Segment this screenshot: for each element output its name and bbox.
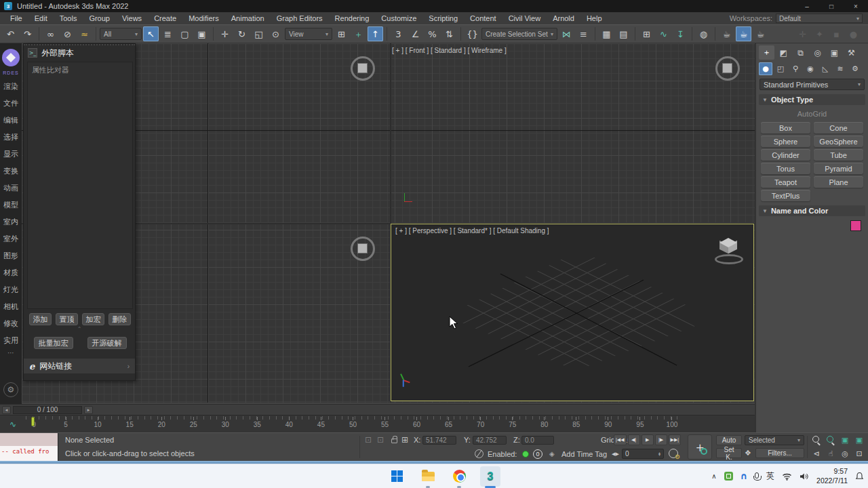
- perspective-viewport[interactable]: [ + ] [ Perspective ] [ Standard* ] [ De…: [391, 224, 754, 401]
- object-type-button[interactable]: TextPlus: [761, 190, 810, 201]
- tab-modify[interactable]: ◩: [776, 45, 791, 60]
- select-and-place-icon[interactable]: ⊙: [268, 26, 283, 41]
- workspaces-dropdown[interactable]: Default ▾: [776, 14, 863, 23]
- snap-toggle-icon[interactable]: 3: [391, 26, 406, 41]
- maxscript-mini-listener[interactable]: -- called fro: [0, 433, 58, 461]
- menu-item[interactable]: Scripting: [422, 14, 464, 23]
- zoom-extents-all-button[interactable]: ▣: [852, 434, 866, 447]
- name-color-rollout[interactable]: ▼ Name and Color: [759, 205, 865, 216]
- object-type-button[interactable]: Cylinder: [761, 149, 810, 161]
- menu-item[interactable]: Help: [580, 14, 608, 23]
- menu-item[interactable]: Arnold: [547, 14, 580, 23]
- menu-item[interactable]: Civil View: [502, 14, 547, 23]
- select-and-link-icon[interactable]: ∞: [43, 26, 58, 41]
- script-list-item[interactable]: 属性比对器: [28, 62, 132, 78]
- unlink-selection-icon[interactable]: ⊘: [60, 26, 75, 41]
- object-type-button[interactable]: Pyramid: [814, 163, 863, 174]
- time-slider-handle[interactable]: [31, 417, 35, 426]
- sidebar-category[interactable]: 实用: [0, 332, 22, 349]
- y-coordinate-field[interactable]: 42.752: [473, 436, 507, 445]
- tab-utilities[interactable]: ⚒: [844, 45, 859, 60]
- key-mode-dropdown[interactable]: Selected▾: [745, 435, 804, 445]
- zoom-button[interactable]: [810, 434, 823, 447]
- script-batch-button[interactable]: 批量加宏: [34, 337, 73, 349]
- sidebar-category[interactable]: 灯光: [0, 281, 22, 298]
- script-action-button[interactable]: 添加: [29, 313, 52, 325]
- percent-snap-icon[interactable]: %: [425, 26, 440, 41]
- gear-icon[interactable]: ⚙: [3, 382, 18, 397]
- selection-lock-icon[interactable]: [391, 439, 397, 443]
- set-keys-button[interactable]: ＋: [688, 434, 712, 460]
- sidebar-category[interactable]: 图形: [0, 247, 22, 264]
- select-and-rotate-icon[interactable]: ↻: [234, 26, 250, 41]
- panel-header[interactable]: >_ 外部脚本: [24, 44, 135, 60]
- object-type-button[interactable]: Teapot: [761, 176, 810, 188]
- toggle-scene-explorer-icon[interactable]: ▦: [599, 26, 614, 41]
- sidebar-category[interactable]: 相机: [0, 298, 22, 315]
- spinner-snap-icon[interactable]: ⇅: [441, 26, 457, 41]
- script-action-button[interactable]: 置顶: [56, 313, 78, 325]
- category-shapes[interactable]: ◰: [774, 62, 787, 75]
- headset-icon[interactable]: ∩: [741, 471, 748, 481]
- keyboard-override-icon[interactable]: ↑: [368, 26, 383, 41]
- tray-app-icon[interactable]: [724, 472, 733, 481]
- weblinks-section[interactable]: e 网站链接 ›: [24, 359, 135, 373]
- category-lights[interactable]: ⚲: [789, 62, 802, 75]
- selection-lock-off-icon[interactable]: ⊡: [377, 435, 384, 445]
- sidebar-category[interactable]: 文件: [0, 95, 22, 112]
- material-editor-icon[interactable]: ◍: [696, 26, 711, 41]
- add-time-tag[interactable]: Add Time Tag: [561, 450, 607, 458]
- sidebar-category[interactable]: 渲染: [0, 78, 22, 95]
- menu-item[interactable]: Tools: [54, 14, 83, 23]
- maximize-button[interactable]: □: [819, 0, 844, 12]
- 3ds-max-taskbar-button[interactable]: 3: [480, 466, 500, 487]
- object-type-button[interactable]: GeoSphere: [814, 136, 863, 147]
- sidebar-category[interactable]: 模型: [0, 197, 22, 214]
- key-filters-icon[interactable]: ❖: [745, 449, 751, 458]
- select-and-manipulate-icon[interactable]: ＋: [351, 26, 366, 41]
- globe-icon[interactable]: [475, 449, 484, 458]
- object-type-button[interactable]: Torus: [761, 163, 810, 174]
- auto-key-button[interactable]: Auto: [716, 435, 742, 445]
- menu-item[interactable]: Edit: [28, 14, 54, 23]
- use-pivot-center-icon[interactable]: ⊞: [334, 26, 349, 41]
- isolate-selection-icon[interactable]: ⊡: [365, 435, 372, 445]
- absolute-mode-icon[interactable]: ⊞: [401, 435, 408, 445]
- select-and-scale-icon[interactable]: ◱: [251, 26, 267, 41]
- perspective-viewport-label[interactable]: [ + ] [ Perspective ] [ Standard* ] [ De…: [395, 227, 549, 235]
- zoom-region-button[interactable]: ⊲: [810, 447, 823, 460]
- category-helpers[interactable]: ◺: [818, 62, 832, 75]
- menu-item[interactable]: Views: [116, 14, 148, 23]
- play-button[interactable]: ▶: [642, 434, 654, 445]
- menu-item[interactable]: Modifiers: [182, 14, 225, 23]
- prev-frame-button[interactable]: ◂: [2, 406, 11, 414]
- object-type-button[interactable]: Box: [761, 122, 810, 134]
- script-action-button[interactable]: 加宏: [82, 313, 104, 325]
- tab-motion[interactable]: ◎: [810, 45, 825, 60]
- sidebar-category[interactable]: 室内: [0, 214, 22, 230]
- object-type-button[interactable]: Cone: [814, 122, 863, 134]
- tab-create[interactable]: ＋: [759, 45, 774, 60]
- sidebar-category[interactable]: 室外: [0, 230, 22, 247]
- sidebar-category[interactable]: 修改: [0, 315, 22, 332]
- zoom-extents-button[interactable]: ▣: [838, 434, 852, 447]
- spinner-arrows-icon[interactable]: ▴▾: [658, 452, 660, 455]
- microphone-icon[interactable]: [755, 472, 759, 479]
- front-viewport-label[interactable]: [ + ] [ Front ] [ Standard ] [ Wireframe…: [392, 47, 507, 54]
- category-cameras[interactable]: ◉: [804, 62, 817, 75]
- sidebar-more[interactable]: ⋯: [7, 349, 14, 361]
- select-by-name-icon[interactable]: ≣: [160, 26, 176, 41]
- undo-icon[interactable]: ↶: [3, 26, 18, 41]
- viewcube[interactable]: [715, 56, 740, 81]
- redo-icon[interactable]: ↷: [20, 26, 35, 41]
- frame-counter-field[interactable]: 0 / 100: [13, 406, 82, 414]
- menu-item[interactable]: Group: [83, 14, 116, 23]
- object-type-button[interactable]: Plane: [814, 176, 863, 188]
- menu-item[interactable]: Create: [148, 14, 182, 23]
- menu-item[interactable]: Animation: [225, 14, 271, 23]
- category-systems[interactable]: ⚙: [848, 62, 862, 75]
- viewcube[interactable]: [714, 237, 745, 266]
- window-crossing-icon[interactable]: ▣: [194, 26, 210, 41]
- object-type-button[interactable]: Tube: [814, 149, 863, 161]
- script-action-button[interactable]: 删除: [108, 313, 131, 325]
